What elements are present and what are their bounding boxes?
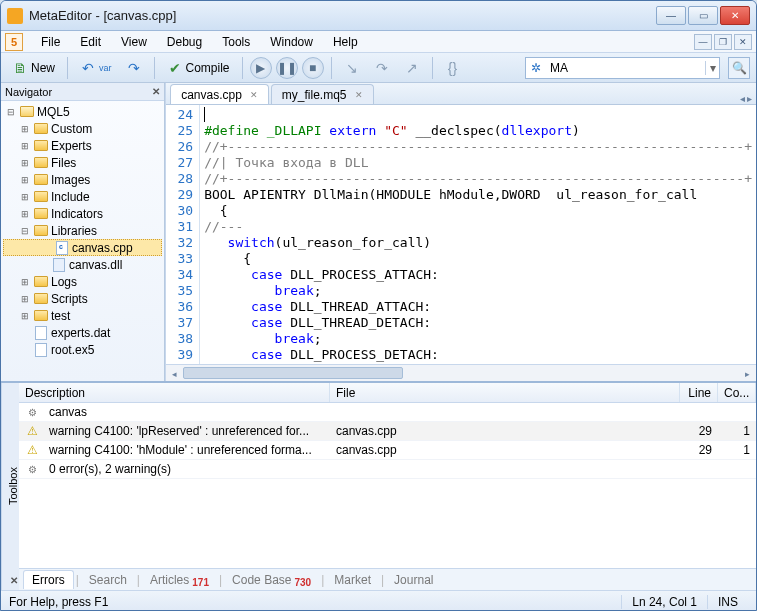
- step-into-button[interactable]: ↘: [339, 56, 365, 80]
- scroll-left-button[interactable]: ◂: [166, 365, 183, 382]
- tree-twisty-icon[interactable]: ⊞: [19, 141, 31, 151]
- tree-node-indicators[interactable]: ⊞Indicators: [1, 205, 164, 222]
- tree-label: Custom: [51, 122, 92, 136]
- folder-icon: [33, 207, 49, 221]
- search-dropdown-button[interactable]: ▾: [705, 61, 719, 75]
- tree-node-libraries[interactable]: ⊟Libraries: [1, 222, 164, 239]
- col-col[interactable]: Co...: [718, 383, 756, 402]
- scroll-right-button[interactable]: ▸: [739, 365, 756, 382]
- tree-label: Include: [51, 190, 90, 204]
- new-button[interactable]: 🗎 New: [7, 56, 60, 80]
- tree-twisty-icon[interactable]: ⊞: [19, 277, 31, 287]
- tree-label: Images: [51, 173, 90, 187]
- tree-node-test[interactable]: ⊞test: [1, 307, 164, 324]
- menu-file[interactable]: File: [31, 33, 70, 51]
- tab-close-icon[interactable]: ✕: [250, 90, 258, 100]
- toolbox-tab-errors[interactable]: Errors: [23, 570, 74, 589]
- toolbox-row[interactable]: ⚙0 error(s), 2 warning(s): [19, 460, 756, 479]
- tab-prev-button[interactable]: ◂: [740, 93, 745, 104]
- menu-help[interactable]: Help: [323, 33, 368, 51]
- var-back-button[interactable]: ↶var: [75, 56, 117, 80]
- maximize-button[interactable]: ▭: [688, 6, 718, 25]
- tree-node-scripts[interactable]: ⊞Scripts: [1, 290, 164, 307]
- search-input[interactable]: [546, 61, 705, 75]
- tree-twisty-icon[interactable]: ⊞: [19, 209, 31, 219]
- toolbox-tab-search[interactable]: Search: [81, 571, 135, 589]
- editor-tab-canvas-cpp[interactable]: canvas.cpp✕: [170, 84, 269, 104]
- tree-twisty-icon[interactable]: ⊞: [19, 192, 31, 202]
- tree-twisty-icon[interactable]: ⊟: [5, 107, 17, 117]
- compile-button[interactable]: ✔ Compile: [162, 56, 235, 80]
- step-over-button[interactable]: ↷: [369, 56, 395, 80]
- tree-node-canvas-dll[interactable]: canvas.dll: [1, 256, 164, 273]
- window-title: MetaEditor - [canvas.cpp]: [29, 8, 654, 23]
- pause-button[interactable]: ❚❚: [276, 57, 298, 79]
- toolbox-row[interactable]: ⚠warning C4100: 'lpReserved' : unreferen…: [19, 422, 756, 441]
- tree-node-custom[interactable]: ⊞Custom: [1, 120, 164, 137]
- play-button[interactable]: ▶: [250, 57, 272, 79]
- toolbox-rows[interactable]: ⚙canvas⚠warning C4100: 'lpReserved' : un…: [19, 403, 756, 568]
- menu-edit[interactable]: Edit: [70, 33, 111, 51]
- brackets-button[interactable]: {}: [440, 56, 466, 80]
- col-description[interactable]: Description: [19, 383, 330, 402]
- mdi-close-button[interactable]: ✕: [734, 34, 752, 50]
- tree-twisty-icon[interactable]: ⊞: [19, 311, 31, 321]
- tree-node-files[interactable]: ⊞Files: [1, 154, 164, 171]
- minimize-button[interactable]: —: [656, 6, 686, 25]
- navigator-tree[interactable]: ⊟MQL5⊞Custom⊞Experts⊞Files⊞Images⊞Includ…: [1, 101, 164, 381]
- tree-twisty-icon[interactable]: ⊞: [19, 294, 31, 304]
- tree-label: root.ex5: [51, 343, 94, 357]
- tab-label: Journal: [394, 573, 433, 587]
- col-file[interactable]: File: [330, 383, 680, 402]
- mdi-restore-button[interactable]: ❐: [714, 34, 732, 50]
- code-text[interactable]: #define _DLLAPI extern "C" __declspec(dl…: [200, 105, 756, 364]
- horizontal-scrollbar[interactable]: ◂ ▸: [166, 364, 756, 381]
- tree-twisty-icon[interactable]: ⊟: [19, 226, 31, 236]
- menu-window[interactable]: Window: [260, 33, 323, 51]
- tree-node-experts[interactable]: ⊞Experts: [1, 137, 164, 154]
- folder-icon: [33, 224, 49, 238]
- tab-close-icon[interactable]: ✕: [355, 90, 363, 100]
- navigator-close-button[interactable]: ✕: [152, 86, 160, 97]
- scroll-thumb[interactable]: [183, 367, 403, 379]
- mdi-minimize-button[interactable]: —: [694, 34, 712, 50]
- new-file-icon: 🗎: [12, 60, 28, 76]
- tree-node-canvas-cpp[interactable]: canvas.cpp: [3, 239, 162, 256]
- search-gear-icon[interactable]: ✲: [526, 61, 546, 75]
- toolbox-tab-journal[interactable]: Journal: [386, 571, 441, 589]
- tree-node-include[interactable]: ⊞Include: [1, 188, 164, 205]
- toolbox-row[interactable]: ⚙canvas: [19, 403, 756, 422]
- tree-twisty-icon[interactable]: ⊞: [19, 158, 31, 168]
- tab-separator: |: [217, 573, 224, 587]
- toolbox-tab-market[interactable]: Market: [326, 571, 379, 589]
- search-go-button[interactable]: 🔍: [728, 57, 750, 79]
- menu-view[interactable]: View: [111, 33, 157, 51]
- step-into-icon: ↘: [344, 60, 360, 76]
- tree-node-root-ex5[interactable]: root.ex5: [1, 341, 164, 358]
- menu-debug[interactable]: Debug: [157, 33, 212, 51]
- tree-label: Logs: [51, 275, 77, 289]
- step-out-button[interactable]: ↗: [399, 56, 425, 80]
- menu-tools[interactable]: Tools: [212, 33, 260, 51]
- tree-twisty-icon[interactable]: ⊞: [19, 175, 31, 185]
- statusbar: For Help, press F1 Ln 24, Col 1 INS: [1, 590, 756, 611]
- editor-tab-my_file-mq5[interactable]: my_file.mq5✕: [271, 84, 374, 104]
- arrow-back-icon: ↶: [80, 60, 96, 76]
- tree-node-experts-dat[interactable]: experts.dat: [1, 324, 164, 341]
- toolbox-row[interactable]: ⚠warning C4100: 'hModule' : unreferenced…: [19, 441, 756, 460]
- tree-node-images[interactable]: ⊞Images: [1, 171, 164, 188]
- stop-button[interactable]: ■: [302, 57, 324, 79]
- tree-node-mql5[interactable]: ⊟MQL5: [1, 103, 164, 120]
- tab-next-button[interactable]: ▸: [747, 93, 752, 104]
- tree-node-logs[interactable]: ⊞Logs: [1, 273, 164, 290]
- col-line[interactable]: Line: [680, 383, 718, 402]
- toolbox-tab-articles[interactable]: Articles171: [142, 571, 217, 589]
- tree-twisty-icon[interactable]: ⊞: [19, 124, 31, 134]
- code-area[interactable]: 24252627282930313233343536373839 #define…: [166, 105, 756, 364]
- close-button[interactable]: ✕: [720, 6, 750, 25]
- var-forward-button[interactable]: ↷: [121, 56, 147, 80]
- row-description: warning C4100: 'hModule' : unreferenced …: [43, 443, 330, 457]
- toolbox-close-button[interactable]: ✕: [8, 575, 19, 586]
- toolbox-tab-code-base[interactable]: Code Base730: [224, 571, 319, 589]
- five-logo-icon[interactable]: 5: [5, 33, 23, 51]
